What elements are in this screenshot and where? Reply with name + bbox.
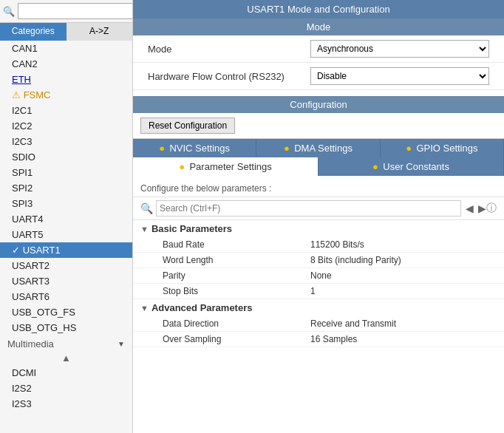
- basic-params-label: Basic Parameters: [151, 223, 232, 234]
- sidebar-item-can2[interactable]: CAN2: [0, 56, 132, 72]
- param-row-baud-rate: Baud Rate 115200 Bits/s: [133, 237, 504, 253]
- multimedia-arrow: ▼: [118, 340, 125, 348]
- search-bar: 🔍 ⚙: [0, 0, 132, 23]
- sidebar-item-usb-otg-fs[interactable]: USB_OTG_FS: [0, 304, 132, 320]
- basic-params-arrow: ▼: [140, 225, 149, 233]
- param-name-parity: Parity: [163, 270, 310, 281]
- param-dot: ●: [179, 161, 185, 172]
- scroll-up-icon[interactable]: ▲: [61, 352, 71, 364]
- param-value-baud-rate: 115200 Bits/s: [310, 239, 364, 250]
- dma-dot: ●: [284, 143, 290, 154]
- sidebar-item-usart3[interactable]: USART3: [0, 273, 132, 289]
- sidebar-item-uart4[interactable]: UART4: [0, 211, 132, 227]
- reset-configuration-button[interactable]: Reset Configuration: [140, 117, 235, 134]
- search-params-input[interactable]: [156, 200, 461, 216]
- hw-flow-select[interactable]: Disable Enable: [310, 67, 489, 85]
- param-value-stop-bits: 1: [310, 286, 316, 296]
- param-value-parity: None: [310, 270, 332, 281]
- nvic-dot: ●: [159, 143, 165, 154]
- tab-nvic-settings[interactable]: ● NVIC Settings: [133, 139, 256, 157]
- gpio-label: GPIO Settings: [416, 143, 477, 154]
- sidebar-item-i2s3[interactable]: I2S3: [0, 396, 132, 412]
- search-icon: 🔍: [3, 6, 15, 17]
- tabs-row2: ● Parameter Settings ● User Constants: [133, 157, 504, 176]
- user-label: User Constants: [383, 161, 449, 172]
- param-name-word-length: Word Length: [163, 255, 310, 265]
- nav-next-icon[interactable]: ▶: [478, 202, 486, 214]
- param-name-stop-bits: Stop Bits: [163, 286, 310, 296]
- sidebar-item-i2c2[interactable]: I2C2: [0, 118, 132, 134]
- tabs-row1: ● NVIC Settings ● DMA Settings ● GPIO Se…: [133, 139, 504, 157]
- hw-flow-row: Hardware Flow Control (RS232) Disable En…: [133, 63, 504, 90]
- dma-label: DMA Settings: [294, 143, 353, 154]
- sidebar-item-spi1[interactable]: SPI1: [0, 165, 132, 180]
- sidebar-item-usart2[interactable]: USART2: [0, 258, 132, 273]
- mode-row: Mode Asynchronous Synchronous Disable: [133, 35, 504, 63]
- sidebar-item-spi3[interactable]: SPI3: [0, 196, 132, 211]
- params-area: Configure the below parameters : 🔍 ◀ ▶ ⓘ…: [133, 176, 504, 352]
- param-row-stop-bits: Stop Bits 1: [133, 284, 504, 299]
- param-value-data-direction: Receive and Transmit: [310, 318, 396, 329]
- sidebar-list: CAN1 CAN2 ETH FSMC I2C1 I2C2 I2C3 SDIO S…: [0, 41, 132, 433]
- category-tabs: Categories A->Z: [0, 23, 132, 41]
- sidebar-item-usart6[interactable]: USART6: [0, 289, 132, 304]
- basic-params-header[interactable]: ▼ Basic Parameters: [133, 220, 504, 237]
- sidebar-item-usart1[interactable]: USART1: [0, 242, 132, 258]
- multimedia-section[interactable]: Multimedia ▼: [0, 335, 132, 351]
- nvic-label: NVIC Settings: [169, 143, 230, 154]
- sidebar-item-can1[interactable]: CAN1: [0, 41, 132, 56]
- hw-flow-label: Hardware Flow Control (RS232): [148, 71, 310, 82]
- param-row-data-direction: Data Direction Receive and Transmit: [133, 316, 504, 332]
- param-name-data-direction: Data Direction: [163, 318, 310, 329]
- mode-select[interactable]: Asynchronous Synchronous Disable: [310, 40, 489, 58]
- param-row-over-sampling: Over Sampling 16 Samples: [133, 332, 504, 347]
- sidebar-item-i2c3[interactable]: I2C3: [0, 134, 132, 149]
- mode-header: Mode: [133, 18, 504, 35]
- params-hint: Configure the below parameters :: [133, 180, 504, 197]
- advanced-params-label: Advanced Parameters: [151, 302, 253, 313]
- sidebar-item-fsmc[interactable]: FSMC: [0, 87, 132, 103]
- sidebar-item-eth[interactable]: ETH: [0, 72, 132, 87]
- main-panel: USART1 Mode and Configuration Mode Mode …: [133, 0, 504, 433]
- user-dot: ●: [372, 161, 378, 172]
- sidebar-item-i2c1[interactable]: I2C1: [0, 103, 132, 118]
- param-value-word-length: 8 Bits (including Parity): [310, 255, 401, 265]
- param-row-word-length: Word Length 8 Bits (including Parity): [133, 253, 504, 268]
- search-params-row: 🔍 ◀ ▶ ⓘ: [133, 197, 504, 220]
- mode-section: Mode Mode Asynchronous Synchronous Disab…: [133, 18, 504, 90]
- mode-label: Mode: [148, 44, 310, 55]
- search-params-icon: 🔍: [140, 202, 153, 214]
- gpio-dot: ●: [406, 143, 412, 154]
- sidebar-item-sdio[interactable]: SDIO: [0, 149, 132, 165]
- search-input[interactable]: [18, 3, 133, 19]
- param-name-over-sampling: Over Sampling: [163, 334, 310, 344]
- sidebar-item-spi2[interactable]: SPI2: [0, 180, 132, 196]
- param-value-over-sampling: 16 Samples: [310, 334, 357, 344]
- sidebar-item-i2s2[interactable]: I2S2: [0, 381, 132, 396]
- config-section: Configuration Reset Configuration ● NVIC…: [133, 90, 504, 352]
- nav-prev-icon[interactable]: ◀: [466, 202, 474, 214]
- param-row-parity: Parity None: [133, 268, 504, 284]
- sidebar-item-dcmi[interactable]: DCMI: [0, 365, 132, 381]
- sidebar: 🔍 ⚙ Categories A->Z CAN1 CAN2 ETH FSMC I…: [0, 0, 133, 433]
- sidebar-item-uart5[interactable]: UART5: [0, 227, 132, 242]
- advanced-params-arrow: ▼: [140, 304, 149, 313]
- main-title: USART1 Mode and Configuration: [133, 0, 504, 18]
- config-header: Configuration: [133, 96, 504, 113]
- tab-gpio-settings[interactable]: ● GPIO Settings: [381, 139, 504, 157]
- tab-dma-settings[interactable]: ● DMA Settings: [256, 139, 380, 157]
- param-label: Parameter Settings: [189, 161, 271, 172]
- multimedia-label: Multimedia: [7, 338, 54, 350]
- tab-atoz[interactable]: A->Z: [67, 23, 133, 41]
- sidebar-item-usb-otg-hs[interactable]: USB_OTG_HS: [0, 320, 132, 335]
- tab-categories[interactable]: Categories: [0, 23, 67, 41]
- info-icon: ⓘ: [486, 202, 497, 215]
- tab-parameter-settings[interactable]: ● Parameter Settings: [133, 157, 319, 176]
- param-name-baud-rate: Baud Rate: [163, 239, 310, 250]
- advanced-params-header[interactable]: ▼ Advanced Parameters: [133, 299, 504, 316]
- config-toolbar: Reset Configuration: [133, 113, 504, 139]
- tab-user-constants[interactable]: ● User Constants: [319, 157, 504, 176]
